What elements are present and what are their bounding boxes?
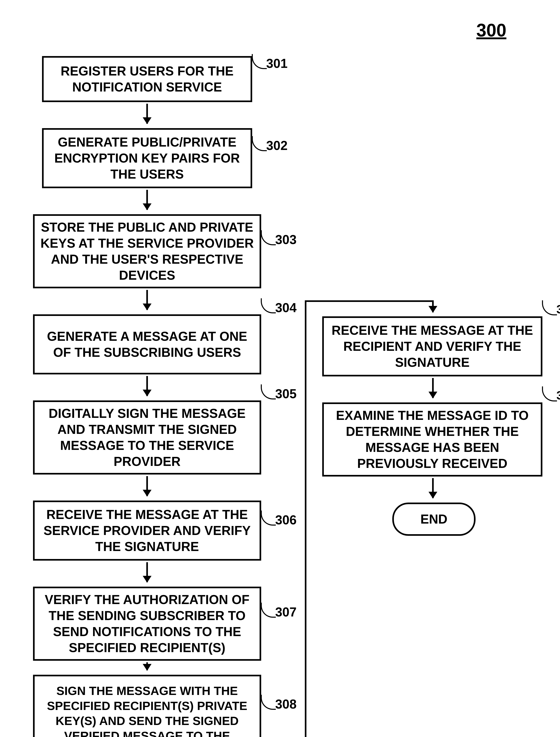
arrow-304-305 [146, 376, 148, 396]
step-310: EXAMINE THE MESSAGE ID TO DETERMINE WHET… [322, 403, 542, 477]
end-terminal: END [392, 503, 476, 536]
lead-306 [261, 511, 276, 526]
lead-309 [542, 300, 557, 315]
arrow-306-307 [146, 562, 148, 582]
arrow-309-310 [432, 378, 434, 398]
step-301: REGISTER USERS FOR THE NOTIFICATION SERV… [42, 56, 252, 102]
step-302: GENERATE PUBLIC/PRIVATE ENCRYPTION KEY P… [42, 128, 252, 188]
step-306: RECEIVE THE MESSAGE AT THE SERVICE PROVI… [33, 501, 261, 561]
lead-301 [252, 54, 267, 69]
label-302: 302 [266, 138, 288, 153]
label-308: 308 [275, 697, 297, 712]
lead-303 [261, 230, 276, 245]
step-304: GENERATE A MESSAGE AT ONE OF THE SUBSCRI… [33, 314, 261, 375]
step-305: DIGITALLY SIGN THE MESSAGE AND TRANSMIT … [33, 401, 261, 475]
arrow-305-306 [146, 476, 148, 496]
flowchart-canvas: 300 REGISTER USERS FOR THE NOTIFICATION … [0, 0, 560, 737]
arrow-302-303 [146, 190, 148, 210]
label-310: 310 [556, 389, 560, 402]
label-309: 309 [556, 302, 560, 316]
arrow-301-302 [146, 104, 148, 124]
conn-308-up [305, 300, 306, 737]
lead-310 [542, 387, 557, 402]
lead-307 [261, 603, 276, 618]
step-308: SIGN THE MESSAGE WITH THE SPECIFIED RECI… [33, 675, 261, 737]
arrow-310-end [432, 478, 434, 498]
label-305: 305 [275, 387, 297, 401]
step-307: VERIFY THE AUTHORIZATION OF THE SENDING … [33, 587, 261, 661]
lead-304 [261, 298, 276, 313]
conn-308-h2 [305, 300, 433, 302]
step-303: STORE THE PUBLIC AND PRIVATE KEYS AT THE… [33, 214, 261, 288]
figure-number: 300 [476, 20, 506, 41]
step-309: RECEIVE THE MESSAGE AT THE RECIPIENT AND… [322, 316, 542, 377]
arrow-into-309 [432, 300, 434, 312]
lead-305 [261, 385, 276, 400]
label-306: 306 [275, 513, 297, 527]
label-304: 304 [275, 300, 297, 315]
label-301: 301 [266, 56, 288, 71]
lead-302 [252, 136, 267, 151]
lead-308 [261, 695, 276, 710]
arrow-303-304 [146, 290, 148, 310]
label-303: 303 [275, 232, 297, 247]
arrow-307-308 [146, 662, 148, 670]
label-307: 307 [275, 605, 297, 620]
